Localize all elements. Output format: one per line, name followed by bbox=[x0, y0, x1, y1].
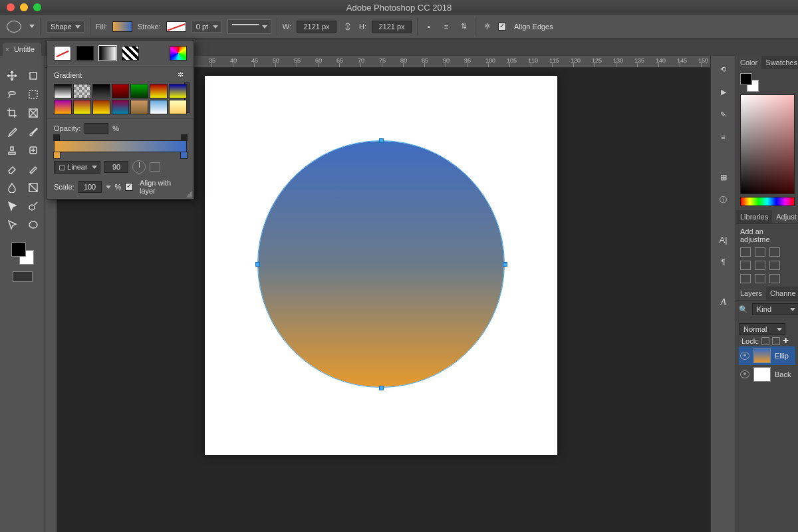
stamp-tool-icon[interactable] bbox=[3, 142, 21, 158]
threshold-icon[interactable] bbox=[755, 274, 765, 283]
document-tab[interactable]: × Untitle bbox=[3, 43, 41, 56]
angle-dial-icon[interactable] bbox=[132, 160, 146, 174]
layer-filter-select[interactable]: Kind bbox=[752, 303, 798, 315]
stroke-width-select[interactable]: 0 pt bbox=[192, 21, 222, 33]
gradient-tool-icon[interactable] bbox=[24, 180, 43, 196]
blend-mode-select[interactable]: Normal bbox=[739, 323, 785, 335]
eyedropper-tool-icon[interactable] bbox=[3, 124, 21, 140]
foreground-background-colors[interactable] bbox=[11, 242, 34, 265]
stroke-swatch[interactable] bbox=[166, 21, 186, 32]
gear-icon[interactable]: ✲ bbox=[481, 21, 493, 33]
eraser-tool-icon[interactable] bbox=[3, 161, 21, 177]
transform-handle-right[interactable] bbox=[503, 262, 507, 267]
fill-solid-icon[interactable] bbox=[76, 46, 94, 61]
gradient-angle-field[interactable]: 90 bbox=[104, 161, 128, 173]
tab-color[interactable]: Color bbox=[736, 56, 761, 69]
gradient-preset[interactable] bbox=[92, 84, 110, 98]
layer-row-ellipse[interactable]: Ellip bbox=[739, 346, 795, 365]
frame-tool-icon[interactable] bbox=[24, 105, 43, 121]
gradient-preset[interactable] bbox=[169, 100, 187, 114]
move-tool-icon[interactable] bbox=[3, 68, 21, 84]
fill-swatch[interactable] bbox=[112, 21, 132, 32]
layer-thumbnail[interactable] bbox=[753, 367, 771, 382]
opacity-field[interactable] bbox=[84, 123, 108, 134]
history-panel-icon[interactable]: ⟲ bbox=[717, 63, 730, 76]
crop-tool-icon[interactable] bbox=[3, 105, 21, 121]
tab-adjustments[interactable]: Adjust bbox=[772, 210, 798, 223]
gradient-preset[interactable] bbox=[54, 100, 72, 114]
levels-icon[interactable] bbox=[755, 247, 765, 257]
gradient-preset[interactable] bbox=[112, 100, 130, 114]
transform-handle-bottom[interactable] bbox=[379, 386, 384, 390]
color-fgbg-swatch[interactable] bbox=[740, 73, 759, 92]
path-operations-icon[interactable]: ▪ bbox=[423, 21, 435, 33]
dodge-tool-icon[interactable] bbox=[24, 198, 43, 214]
color-spectrum[interactable] bbox=[740, 94, 795, 194]
tab-channels[interactable]: Channe bbox=[766, 287, 798, 300]
width-field[interactable]: 2121 px bbox=[297, 21, 336, 33]
tab-layers[interactable]: Layers bbox=[736, 287, 766, 300]
tool-mode-select[interactable]: Shape bbox=[46, 21, 84, 33]
color-stop-left[interactable] bbox=[53, 152, 61, 159]
close-tab-icon[interactable]: × bbox=[5, 46, 9, 53]
tool-preset-dropdown-icon[interactable] bbox=[29, 25, 35, 28]
scale-field[interactable]: 100 bbox=[78, 181, 102, 193]
paragraph-panel-icon[interactable]: ¶ bbox=[717, 255, 730, 269]
tab-libraries[interactable]: Libraries bbox=[736, 210, 772, 223]
character-panel-icon[interactable]: A| bbox=[717, 233, 730, 246]
brushes-panel-icon[interactable]: ✎ bbox=[717, 108, 730, 121]
fill-pattern-icon[interactable] bbox=[122, 46, 139, 61]
gradient-preset[interactable] bbox=[150, 100, 168, 114]
color-stop-right[interactable] bbox=[180, 152, 188, 159]
stroke-style-select[interactable] bbox=[227, 19, 271, 34]
glyphs-panel-icon[interactable]: A bbox=[717, 295, 730, 309]
transform-handle-top[interactable] bbox=[379, 138, 384, 143]
marquee-tool-icon[interactable] bbox=[24, 86, 43, 102]
gradient-preset[interactable] bbox=[73, 84, 91, 98]
transform-handle-left[interactable] bbox=[255, 262, 260, 267]
hue-strip[interactable] bbox=[740, 197, 795, 206]
gradient-preset[interactable] bbox=[54, 84, 72, 98]
info-panel-icon[interactable]: ⓘ bbox=[717, 193, 730, 206]
path-select-icon[interactable] bbox=[3, 198, 21, 214]
history-brush-icon[interactable] bbox=[24, 161, 43, 177]
curves-icon[interactable] bbox=[769, 247, 780, 257]
link-wh-icon[interactable] bbox=[342, 21, 354, 33]
lasso-tool-icon[interactable] bbox=[3, 86, 21, 102]
gradient-preset[interactable] bbox=[73, 100, 91, 114]
gradient-editor-bar[interactable] bbox=[54, 140, 187, 152]
height-field[interactable]: 2121 px bbox=[372, 21, 412, 33]
fill-gradient-icon[interactable] bbox=[99, 46, 116, 61]
gradient-type-select[interactable]: ▢ Linear bbox=[54, 161, 100, 174]
invert-icon[interactable] bbox=[740, 274, 751, 283]
gradient-map-icon[interactable] bbox=[769, 274, 780, 283]
gradient-preset[interactable] bbox=[169, 84, 187, 98]
layer-row-background[interactable]: Back bbox=[739, 365, 795, 384]
path-alignment-icon[interactable]: ≡ bbox=[440, 21, 452, 33]
gradient-menu-gear-icon[interactable]: ✲ bbox=[178, 70, 187, 80]
fill-none-icon[interactable] bbox=[54, 46, 71, 61]
visibility-toggle-icon[interactable] bbox=[740, 352, 749, 360]
artboard[interactable] bbox=[205, 76, 557, 455]
healing-tool-icon[interactable] bbox=[24, 142, 43, 158]
actions-panel-icon[interactable]: ▶ bbox=[717, 85, 730, 98]
gradient-preset[interactable] bbox=[92, 100, 110, 114]
photo-filter-icon[interactable] bbox=[769, 261, 780, 270]
blur-tool-icon[interactable] bbox=[3, 180, 21, 196]
layer-thumbnail[interactable] bbox=[753, 348, 771, 363]
lock-position-icon[interactable] bbox=[772, 337, 780, 345]
direct-select-icon[interactable] bbox=[3, 217, 21, 233]
gradient-preset[interactable] bbox=[150, 84, 168, 98]
hue-icon[interactable] bbox=[740, 261, 751, 270]
brush-tool-icon[interactable] bbox=[24, 124, 43, 140]
gradient-preset[interactable] bbox=[130, 84, 148, 98]
color-picker-icon[interactable] bbox=[170, 46, 187, 61]
path-arrangement-icon[interactable]: ⇅ bbox=[458, 21, 469, 33]
resize-grip-icon[interactable] bbox=[186, 191, 192, 198]
quick-mask-icon[interactable] bbox=[13, 271, 33, 282]
scale-dropdown-icon[interactable] bbox=[106, 186, 111, 189]
align-layer-checkbox[interactable] bbox=[125, 183, 133, 191]
visibility-toggle-icon[interactable] bbox=[740, 370, 749, 378]
opacity-stop-right[interactable] bbox=[181, 134, 188, 141]
shape-tool-icon[interactable] bbox=[24, 217, 43, 233]
